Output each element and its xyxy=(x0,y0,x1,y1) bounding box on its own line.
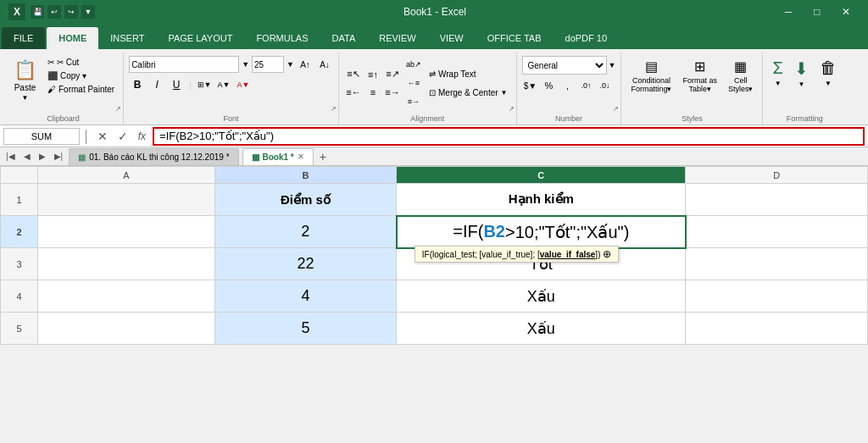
formatting-button[interactable]: Σ ▼ xyxy=(768,56,787,90)
text-orientation-button[interactable]: ab↗ xyxy=(404,56,423,73)
formula-input[interactable]: =IF(B2>10;"Tốt";"Xấu") xyxy=(153,127,865,146)
wrap-text-button[interactable]: ⇌ Wrap Text xyxy=(426,65,511,82)
comma-style-button[interactable]: , xyxy=(559,77,576,94)
number-format-dropdown-icon[interactable]: ▼ xyxy=(609,61,616,69)
copy-button[interactable]: ⬛ Copy ▾ xyxy=(44,69,118,82)
cell-styles-button[interactable]: ▦ CellStyles▾ xyxy=(724,56,758,96)
close-button[interactable]: ✕ xyxy=(832,0,860,24)
italic-button[interactable]: I xyxy=(148,76,165,93)
col-header-b[interactable]: B xyxy=(214,167,397,184)
number-expand-icon[interactable]: ↗ xyxy=(613,105,619,113)
formatting-dropdown-icon[interactable]: ▼ xyxy=(775,80,782,87)
sheet-tab-baocao[interactable]: ▦ 01. Báo cáo KL thi công 12.12.2019 * xyxy=(69,148,238,165)
font-name-dropdown-icon[interactable]: ▼ xyxy=(242,60,249,69)
col-header-a[interactable]: A xyxy=(38,167,214,184)
cell-a3[interactable] xyxy=(38,248,214,280)
top-right-align-button[interactable]: ≡↗ xyxy=(383,66,402,83)
undo-icon[interactable]: ↩ xyxy=(47,5,61,19)
cell-d4[interactable] xyxy=(686,280,868,313)
increase-font-button[interactable]: A↑ xyxy=(297,56,314,73)
cell-c2[interactable]: =IF(B2>10;"Tốt";"Xấu") IF(logical_test; … xyxy=(397,216,686,248)
tab-dopdf[interactable]: doPDF 10 xyxy=(554,27,620,49)
decrease-font-button[interactable]: A↓ xyxy=(316,56,333,73)
format-painter-button[interactable]: 🖌 Format Painter xyxy=(44,83,118,96)
font-name-input[interactable] xyxy=(129,56,239,73)
tab-home[interactable]: HOME xyxy=(47,27,98,49)
font-size-input[interactable] xyxy=(252,56,284,73)
cell-b2[interactable]: 2 xyxy=(214,216,397,248)
fill-button[interactable]: ⬇ ▼ xyxy=(790,56,813,91)
sheet-nav-last[interactable]: ▶| xyxy=(52,152,66,161)
sheet-nav-prev[interactable]: ◀ xyxy=(21,152,33,161)
middle-center-align-button[interactable]: ≡ xyxy=(364,84,382,101)
alignment-expand-icon[interactable]: ↗ xyxy=(509,105,515,113)
decrease-decimal-button[interactable]: .0↓ xyxy=(597,77,614,94)
cut-button[interactable]: ✂ ✂ Cut xyxy=(44,56,118,69)
cell-b5[interactable]: 5 xyxy=(214,313,397,345)
cell-d3[interactable] xyxy=(686,248,868,280)
accounting-format-button[interactable]: $▼ xyxy=(522,77,539,94)
cell-d2[interactable] xyxy=(686,216,868,248)
tab-data[interactable]: DATA xyxy=(320,27,368,49)
increase-decimal-button[interactable]: .0↑ xyxy=(578,77,595,94)
font-size-dropdown-icon[interactable]: ▼ xyxy=(287,60,294,69)
cell-a2[interactable] xyxy=(38,216,214,248)
border-button[interactable]: ⊞▼ xyxy=(196,76,213,93)
font-expand-icon[interactable]: ↗ xyxy=(331,105,337,113)
fill-dropdown-icon[interactable]: ▼ xyxy=(798,80,804,88)
customize-icon[interactable]: ▼ xyxy=(81,5,95,19)
col-header-d[interactable]: D xyxy=(686,167,868,184)
cell-d1[interactable] xyxy=(686,184,868,216)
name-box[interactable] xyxy=(3,128,80,145)
merge-center-button[interactable]: ⊡ Merge & Center ▼ xyxy=(426,84,511,101)
sheet-nav-next[interactable]: ▶ xyxy=(36,152,48,161)
bold-button[interactable]: B xyxy=(129,76,146,93)
cancel-formula-button[interactable]: ✕ xyxy=(94,130,111,143)
font-color-button[interactable]: A▼ xyxy=(235,76,252,93)
sheet-tab-book1[interactable]: ▦ Book1 * ✕ xyxy=(242,148,314,165)
cell-a4[interactable] xyxy=(38,280,214,313)
conditional-formatting-button[interactable]: ▤ ConditionalFormatting▾ xyxy=(626,56,676,96)
cell-a5[interactable] xyxy=(38,313,214,345)
clipboard-expand-icon[interactable]: ↗ xyxy=(115,105,121,113)
redo-icon[interactable]: ↪ xyxy=(64,5,78,19)
add-sheet-button[interactable]: + xyxy=(317,150,329,163)
top-center-align-button[interactable]: ≡↑ xyxy=(364,66,382,83)
indent-decrease-button[interactable]: ←≡ xyxy=(404,75,423,91)
col-header-c[interactable]: C xyxy=(397,167,686,184)
tab-pagelayout[interactable]: PAGE LAYOUT xyxy=(156,27,244,49)
sheet-tab-book1-close[interactable]: ✕ xyxy=(298,152,304,161)
minimize-button[interactable]: ─ xyxy=(775,0,802,24)
tab-insert[interactable]: INSERT xyxy=(98,27,156,49)
clear-button[interactable]: 🗑 ▼ xyxy=(815,56,841,90)
format-as-table-button[interactable]: ⊞ Format asTable▾ xyxy=(678,56,721,96)
middle-left-align-button[interactable]: ≡← xyxy=(344,84,363,101)
tab-review[interactable]: REVIEW xyxy=(367,27,427,49)
save-icon[interactable]: 💾 xyxy=(31,5,44,19)
percent-button[interactable]: % xyxy=(541,77,558,94)
cell-b1[interactable]: Điểm số xyxy=(214,184,397,216)
top-left-align-button[interactable]: ≡↖ xyxy=(344,66,363,83)
merge-center-dropdown-icon[interactable]: ▼ xyxy=(501,89,508,97)
cell-a1[interactable] xyxy=(38,184,214,216)
tab-file[interactable]: FILE xyxy=(2,27,45,49)
indent-increase-button[interactable]: ≡→ xyxy=(404,93,423,110)
tab-officetab[interactable]: OFFICE TAB xyxy=(476,27,554,49)
clear-dropdown-icon[interactable]: ▼ xyxy=(825,80,832,87)
cell-b4[interactable]: 4 xyxy=(214,280,397,313)
underline-button[interactable]: U xyxy=(168,76,185,93)
cell-c1[interactable]: Hạnh kiểm xyxy=(397,184,686,216)
tab-view[interactable]: VIEW xyxy=(428,27,476,49)
paste-dropdown-icon[interactable]: ▼ xyxy=(22,94,29,102)
tab-formulas[interactable]: FORMULAS xyxy=(244,27,320,49)
number-format-select[interactable]: General xyxy=(522,56,607,75)
cell-c4[interactable]: Xấu xyxy=(397,280,686,313)
sheet-nav-first[interactable]: |◀ xyxy=(3,152,18,161)
middle-right-align-button[interactable]: ≡→ xyxy=(383,84,402,101)
fill-color-button[interactable]: A▼ xyxy=(215,76,232,93)
cell-b3[interactable]: 22 xyxy=(214,248,397,280)
confirm-formula-button[interactable]: ✓ xyxy=(114,130,131,143)
paste-button[interactable]: 📋 Paste ▼ xyxy=(8,56,42,105)
cell-c5[interactable]: Xấu xyxy=(397,313,686,345)
maximize-button[interactable]: □ xyxy=(804,0,831,24)
